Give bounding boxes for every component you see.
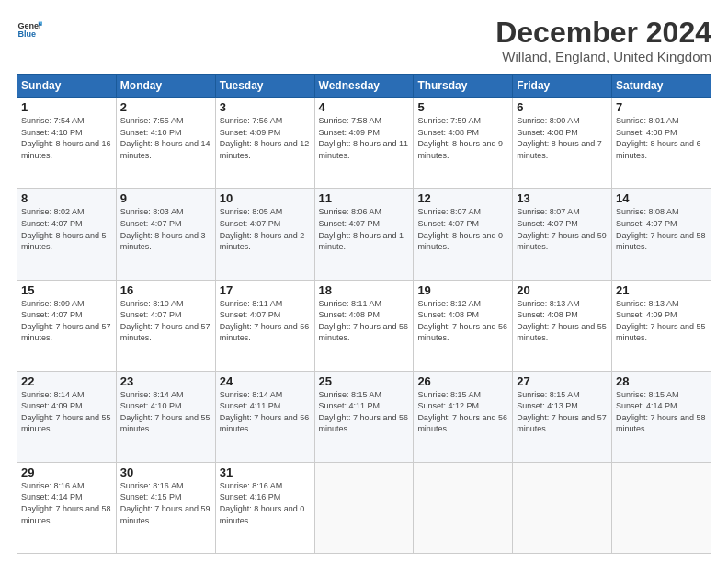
day-info: Sunrise: 8:16 AMSunset: 4:14 PMDaylight:… bbox=[21, 481, 111, 525]
day-number: 6 bbox=[517, 100, 608, 114]
day-number: 2 bbox=[120, 100, 211, 114]
day-number: 17 bbox=[220, 283, 311, 297]
logo: General Blue bbox=[17, 17, 42, 42]
day-info: Sunrise: 8:13 AMSunset: 4:09 PMDaylight:… bbox=[616, 299, 706, 343]
table-cell bbox=[513, 462, 612, 553]
table-cell: 21 Sunrise: 8:13 AMSunset: 4:09 PMDaylig… bbox=[612, 280, 711, 371]
day-info: Sunrise: 7:56 AMSunset: 4:09 PMDaylight:… bbox=[220, 116, 310, 160]
day-info: Sunrise: 8:03 AMSunset: 4:07 PMDaylight:… bbox=[120, 207, 206, 251]
table-cell: 3 Sunrise: 7:56 AMSunset: 4:09 PMDayligh… bbox=[215, 98, 314, 189]
day-number: 30 bbox=[120, 465, 211, 479]
day-number: 10 bbox=[220, 191, 311, 205]
week-row-4: 22 Sunrise: 8:14 AMSunset: 4:09 PMDaylig… bbox=[17, 371, 711, 462]
day-number: 24 bbox=[220, 374, 311, 388]
table-cell: 12 Sunrise: 8:07 AMSunset: 4:07 PMDaylig… bbox=[414, 189, 513, 280]
week-row-3: 15 Sunrise: 8:09 AMSunset: 4:07 PMDaylig… bbox=[17, 280, 711, 371]
day-info: Sunrise: 8:16 AMSunset: 4:15 PMDaylight:… bbox=[120, 481, 210, 525]
table-cell: 29 Sunrise: 8:16 AMSunset: 4:14 PMDaylig… bbox=[17, 462, 117, 553]
day-info: Sunrise: 8:02 AMSunset: 4:07 PMDaylight:… bbox=[21, 207, 107, 251]
day-info: Sunrise: 8:06 AMSunset: 4:07 PMDaylight:… bbox=[319, 207, 404, 251]
day-number: 3 bbox=[220, 100, 311, 114]
day-number: 21 bbox=[616, 283, 707, 297]
day-number: 13 bbox=[517, 191, 608, 205]
table-cell: 15 Sunrise: 8:09 AMSunset: 4:07 PMDaylig… bbox=[17, 280, 117, 371]
table-cell: 16 Sunrise: 8:10 AMSunset: 4:07 PMDaylig… bbox=[116, 280, 215, 371]
day-info: Sunrise: 8:16 AMSunset: 4:16 PMDaylight:… bbox=[220, 481, 305, 525]
table-cell bbox=[314, 462, 414, 553]
day-info: Sunrise: 7:58 AMSunset: 4:09 PMDaylight:… bbox=[319, 116, 409, 160]
week-row-1: 1 Sunrise: 7:54 AMSunset: 4:10 PMDayligh… bbox=[17, 98, 711, 189]
day-number: 29 bbox=[21, 465, 112, 479]
table-cell: 31 Sunrise: 8:16 AMSunset: 4:16 PMDaylig… bbox=[215, 462, 314, 553]
day-info: Sunrise: 8:13 AMSunset: 4:08 PMDaylight:… bbox=[517, 299, 607, 343]
svg-text:Blue: Blue bbox=[17, 29, 36, 39]
day-info: Sunrise: 8:00 AMSunset: 4:08 PMDaylight:… bbox=[517, 116, 602, 160]
table-cell: 18 Sunrise: 8:11 AMSunset: 4:08 PMDaylig… bbox=[314, 280, 414, 371]
day-number: 8 bbox=[21, 191, 112, 205]
day-number: 11 bbox=[319, 191, 410, 205]
subtitle: Willand, England, United Kingdom bbox=[495, 49, 711, 64]
header: General Blue December 2024 Willand, Engl… bbox=[17, 17, 711, 64]
day-number: 19 bbox=[417, 283, 508, 297]
day-number: 14 bbox=[616, 191, 707, 205]
day-number: 31 bbox=[220, 465, 311, 479]
table-cell: 11 Sunrise: 8:06 AMSunset: 4:07 PMDaylig… bbox=[314, 189, 414, 280]
table-cell: 27 Sunrise: 8:15 AMSunset: 4:13 PMDaylig… bbox=[513, 371, 612, 462]
day-number: 9 bbox=[120, 191, 211, 205]
calendar-header-row: Sunday Monday Tuesday Wednesday Thursday… bbox=[17, 75, 711, 98]
day-info: Sunrise: 8:08 AMSunset: 4:07 PMDaylight:… bbox=[616, 207, 706, 251]
day-info: Sunrise: 7:54 AMSunset: 4:10 PMDaylight:… bbox=[21, 116, 111, 160]
day-number: 18 bbox=[319, 283, 410, 297]
day-info: Sunrise: 8:14 AMSunset: 4:09 PMDaylight:… bbox=[21, 390, 111, 434]
table-cell: 13 Sunrise: 8:07 AMSunset: 4:07 PMDaylig… bbox=[513, 189, 612, 280]
day-number: 4 bbox=[319, 100, 410, 114]
day-info: Sunrise: 8:11 AMSunset: 4:07 PMDaylight:… bbox=[220, 299, 310, 343]
day-info: Sunrise: 8:09 AMSunset: 4:07 PMDaylight:… bbox=[21, 299, 111, 343]
col-saturday: Saturday bbox=[612, 75, 711, 98]
page: General Blue December 2024 Willand, Engl… bbox=[0, 0, 728, 563]
table-cell: 8 Sunrise: 8:02 AMSunset: 4:07 PMDayligh… bbox=[17, 189, 117, 280]
title-block: December 2024 Willand, England, United K… bbox=[495, 17, 711, 64]
table-cell: 1 Sunrise: 7:54 AMSunset: 4:10 PMDayligh… bbox=[17, 98, 117, 189]
calendar-table: Sunday Monday Tuesday Wednesday Thursday… bbox=[17, 74, 711, 554]
day-number: 12 bbox=[417, 191, 508, 205]
table-cell: 6 Sunrise: 8:00 AMSunset: 4:08 PMDayligh… bbox=[513, 98, 612, 189]
day-info: Sunrise: 8:14 AMSunset: 4:11 PMDaylight:… bbox=[220, 390, 310, 434]
week-row-2: 8 Sunrise: 8:02 AMSunset: 4:07 PMDayligh… bbox=[17, 189, 711, 280]
table-cell: 30 Sunrise: 8:16 AMSunset: 4:15 PMDaylig… bbox=[116, 462, 215, 553]
day-number: 5 bbox=[417, 100, 508, 114]
col-sunday: Sunday bbox=[17, 75, 117, 98]
table-cell: 19 Sunrise: 8:12 AMSunset: 4:08 PMDaylig… bbox=[414, 280, 513, 371]
table-cell: 9 Sunrise: 8:03 AMSunset: 4:07 PMDayligh… bbox=[116, 189, 215, 280]
day-number: 20 bbox=[517, 283, 608, 297]
table-cell: 17 Sunrise: 8:11 AMSunset: 4:07 PMDaylig… bbox=[215, 280, 314, 371]
day-number: 25 bbox=[319, 374, 410, 388]
day-info: Sunrise: 8:15 AMSunset: 4:14 PMDaylight:… bbox=[616, 390, 706, 434]
day-number: 15 bbox=[21, 283, 112, 297]
table-cell: 28 Sunrise: 8:15 AMSunset: 4:14 PMDaylig… bbox=[612, 371, 711, 462]
table-cell: 7 Sunrise: 8:01 AMSunset: 4:08 PMDayligh… bbox=[612, 98, 711, 189]
day-number: 1 bbox=[21, 100, 112, 114]
table-cell: 22 Sunrise: 8:14 AMSunset: 4:09 PMDaylig… bbox=[17, 371, 117, 462]
day-info: Sunrise: 8:07 AMSunset: 4:07 PMDaylight:… bbox=[517, 207, 607, 251]
day-info: Sunrise: 7:55 AMSunset: 4:10 PMDaylight:… bbox=[120, 116, 210, 160]
logo-icon: General Blue bbox=[17, 17, 42, 42]
col-friday: Friday bbox=[513, 75, 612, 98]
table-cell: 4 Sunrise: 7:58 AMSunset: 4:09 PMDayligh… bbox=[314, 98, 414, 189]
table-cell: 24 Sunrise: 8:14 AMSunset: 4:11 PMDaylig… bbox=[215, 371, 314, 462]
day-info: Sunrise: 8:12 AMSunset: 4:08 PMDaylight:… bbox=[417, 299, 507, 343]
main-title: December 2024 bbox=[495, 17, 711, 49]
col-tuesday: Tuesday bbox=[215, 75, 314, 98]
day-number: 26 bbox=[417, 374, 508, 388]
table-cell: 25 Sunrise: 8:15 AMSunset: 4:11 PMDaylig… bbox=[314, 371, 414, 462]
table-cell: 2 Sunrise: 7:55 AMSunset: 4:10 PMDayligh… bbox=[116, 98, 215, 189]
day-number: 22 bbox=[21, 374, 112, 388]
day-info: Sunrise: 8:15 AMSunset: 4:11 PMDaylight:… bbox=[319, 390, 409, 434]
day-info: Sunrise: 8:11 AMSunset: 4:08 PMDaylight:… bbox=[319, 299, 409, 343]
table-cell: 26 Sunrise: 8:15 AMSunset: 4:12 PMDaylig… bbox=[414, 371, 513, 462]
col-monday: Monday bbox=[116, 75, 215, 98]
table-cell bbox=[612, 462, 711, 553]
col-wednesday: Wednesday bbox=[314, 75, 414, 98]
day-number: 16 bbox=[120, 283, 211, 297]
day-number: 28 bbox=[616, 374, 707, 388]
